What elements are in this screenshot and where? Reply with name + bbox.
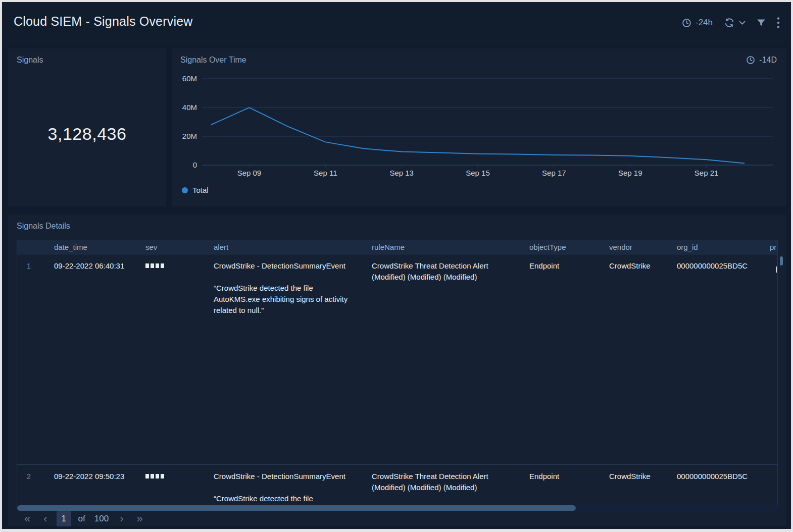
horizontal-scrollbar-track[interactable]: [17, 505, 779, 511]
page-of-label: of: [76, 514, 87, 524]
svg-text:60M: 60M: [182, 74, 197, 83]
cell-rulename: CrowdStrike Threat Detection Alert (Modi…: [362, 464, 520, 506]
column-header-org-id[interactable]: org_id: [667, 240, 760, 254]
column-header-objecttype[interactable]: objectType: [520, 240, 600, 254]
previous-page-button[interactable]: ‹: [39, 511, 51, 526]
signals-over-time-panel: Signals Over Time -14D 020M40M60MSep 09S…: [172, 48, 786, 206]
column-header-pr[interactable]: pr: [760, 240, 778, 254]
signals-over-time-plot: 020M40M60MSep 09Sep 11Sep 13Sep 15Sep 17…: [172, 48, 786, 206]
cell-pr: [760, 254, 778, 464]
kebab-menu-icon: [777, 17, 780, 28]
svg-text:Sep 17: Sep 17: [542, 169, 566, 177]
svg-text:Sep 19: Sep 19: [618, 169, 642, 177]
cell-vendor: CrowdStrike: [600, 464, 667, 506]
signals-count-value: 3,128,436: [8, 124, 166, 144]
time-range-control[interactable]: -24h: [682, 18, 713, 28]
cell-objecttype: Endpoint: [520, 464, 600, 506]
refresh-icon: [724, 17, 735, 28]
signals-details-panel: Signals Details date_time sev alert rule…: [8, 215, 786, 526]
vertical-scrollbar-thumb[interactable]: [780, 256, 783, 265]
screenshot-frame: Cloud SIEM - Signals Overview -24h: [0, 0, 793, 532]
filter-icon: [757, 18, 766, 27]
page-title: Cloud SIEM - Signals Overview: [14, 14, 193, 29]
cell-severity: [136, 254, 204, 464]
clock-icon: [682, 18, 691, 28]
clipped-text-fragment: [776, 267, 777, 273]
time-range-label: -24h: [696, 18, 713, 28]
cell-alert: CrowdStrike - DetectionSummaryEvent “Cro…: [204, 464, 362, 506]
svg-text:20M: 20M: [182, 132, 197, 140]
chevron-down-icon: [739, 21, 746, 25]
alert-title: CrowdStrike - DetectionSummaryEvent: [214, 260, 358, 272]
column-header-date-time[interactable]: date_time: [44, 240, 136, 254]
alert-title: CrowdStrike - DetectionSummaryEvent: [214, 471, 358, 482]
last-page-button[interactable]: »: [132, 511, 146, 526]
svg-text:0: 0: [193, 161, 197, 169]
horizontal-scrollbar-thumb[interactable]: [17, 505, 576, 511]
signals-details-title: Signals Details: [17, 222, 70, 231]
row-number: 2: [17, 464, 44, 506]
column-header-sev[interactable]: sev: [136, 240, 204, 254]
dashboard: Cloud SIEM - Signals Overview -24h: [2, 2, 791, 529]
alert-description: “CrowdStrike detected the file AutoKMS.e…: [214, 283, 358, 316]
column-header-alert[interactable]: alert: [204, 240, 362, 254]
legend-dot-total: [182, 187, 188, 193]
severity-indicator: [145, 474, 200, 478]
signals-details-table: date_time sev alert ruleName objectType …: [17, 240, 778, 506]
header-controls: -24h: [682, 17, 780, 28]
svg-text:40M: 40M: [182, 103, 197, 112]
svg-text:Sep 13: Sep 13: [389, 169, 414, 177]
svg-text:Sep 15: Sep 15: [466, 169, 490, 177]
table-row[interactable]: 2 09-22-2022 09:50:23 CrowdStrike - Dete…: [17, 464, 778, 506]
table-row[interactable]: 1 09-22-2022 06:40:31 CrowdStrike - Dete…: [17, 254, 778, 464]
cell-severity: [136, 464, 204, 506]
column-header-vendor[interactable]: vendor: [600, 240, 667, 254]
svg-text:Sep 11: Sep 11: [314, 169, 337, 177]
chart-legend[interactable]: Total: [182, 186, 209, 194]
column-header-rownum[interactable]: [17, 240, 44, 254]
refresh-control[interactable]: [724, 17, 746, 28]
cell-objecttype: Endpoint: [520, 254, 600, 464]
cell-date-time: 09-22-2022 09:50:23: [44, 464, 136, 506]
first-page-button[interactable]: «: [20, 511, 34, 526]
cell-date-time: 09-22-2022 06:40:31: [44, 254, 136, 464]
more-menu[interactable]: [777, 17, 780, 28]
cell-org-id: 000000000025BD5C: [667, 254, 760, 464]
table-header-row: date_time sev alert ruleName objectType …: [17, 240, 778, 254]
cell-org-id: 000000000025BD5C: [667, 464, 760, 506]
current-page-input[interactable]: 1: [57, 511, 71, 526]
row-number: 1: [17, 254, 44, 464]
svg-text:Sep 21: Sep 21: [695, 169, 719, 177]
next-page-button[interactable]: ›: [116, 511, 127, 526]
signals-panel: Signals 3,128,436: [8, 48, 166, 206]
filter-control[interactable]: [757, 18, 766, 27]
alert-description: “CrowdStrike detected the file AutoKMS.e…: [214, 493, 358, 506]
cell-vendor: CrowdStrike: [600, 254, 667, 464]
severity-indicator: [145, 263, 200, 268]
column-header-rulename[interactable]: ruleName: [362, 240, 520, 254]
cell-rulename: CrowdStrike Threat Detection Alert (Modi…: [362, 254, 520, 464]
dashboard-header: Cloud SIEM - Signals Overview -24h: [2, 2, 791, 46]
signals-panel-title: Signals: [17, 56, 43, 65]
cell-pr: [760, 464, 778, 506]
pagination: « ‹ 1 of 100 › »: [20, 511, 147, 526]
cell-alert: CrowdStrike - DetectionSummaryEvent “Cro…: [204, 254, 362, 464]
svg-text:Sep 09: Sep 09: [237, 169, 262, 177]
total-pages-label: 100: [92, 514, 111, 524]
legend-label-total: Total: [192, 186, 209, 194]
